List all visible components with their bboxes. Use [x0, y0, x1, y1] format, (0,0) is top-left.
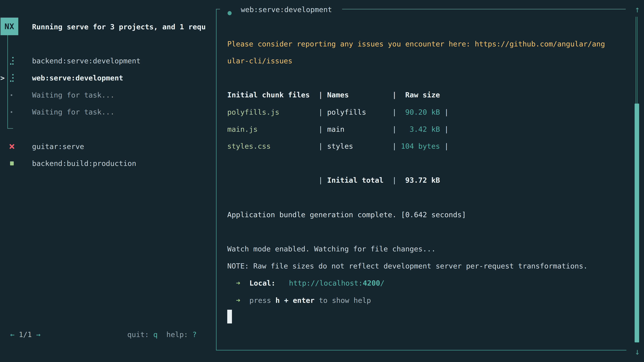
panel-border-bottom	[216, 350, 626, 351]
col-header-files: Initial chunk files	[227, 86, 318, 103]
issue-notice-line-1: Please consider reporting any issues you…	[227, 35, 605, 52]
task-row-web-serve[interactable]: > web:serve:development	[0, 69, 215, 86]
scroll-down-arrow-icon[interactable]: ↓	[633, 344, 641, 360]
chunk-size: 90.20 kB	[401, 104, 440, 121]
scrollbar-track[interactable]	[636, 17, 638, 104]
chunk-name: main	[327, 121, 392, 138]
url-slash: /	[380, 279, 384, 287]
table-separator: |	[318, 138, 327, 155]
spinner-icon	[10, 74, 14, 82]
panel-border-title-line	[342, 9, 626, 9]
pagination-bar: ←1/1→quit:qhelp:?	[0, 326, 215, 343]
task-row-waiting-1[interactable]: Waiting for task...	[0, 86, 215, 104]
panel-border-top-stub	[216, 9, 220, 9]
chunk-file: main.js	[227, 121, 318, 138]
scroll-up-arrow-icon[interactable]: ↑	[633, 1, 641, 17]
chunk-size: 3.42 kB	[401, 121, 440, 138]
page-next-arrow-icon[interactable]: →	[36, 326, 40, 343]
chunk-file: polyfills.js	[227, 104, 318, 121]
table-separator: |	[392, 104, 401, 121]
task-label: web:serve:development	[32, 69, 123, 86]
help-hint-pre: press	[250, 296, 276, 305]
note-line: NOTE: Raw file sizes do not reflect deve…	[227, 257, 588, 275]
circle-icon	[228, 11, 232, 15]
table-separator: |	[440, 104, 448, 121]
chunk-file: styles.css	[227, 138, 318, 155]
col-header-names: Names	[327, 86, 392, 103]
table-separator: |	[392, 172, 401, 189]
chunk-name: styles	[327, 138, 392, 155]
table-separator: |	[392, 121, 401, 138]
task-row-backend-build[interactable]: backend:build:production	[0, 155, 215, 172]
url-base: http://localhost:	[289, 279, 363, 287]
issue-notice-line-2: ular-cli/issues	[227, 52, 292, 69]
table-separator: |	[318, 104, 327, 121]
nx-logo: NX	[0, 17, 18, 35]
table-separator: |	[318, 172, 327, 189]
spinner-icon	[10, 57, 14, 65]
table-separator: |	[318, 121, 327, 138]
local-label: Local:	[250, 275, 276, 292]
local-url-link[interactable]: http://localhost:4200/	[289, 275, 384, 292]
chunk-table-header: Initial chunk files|Names|Raw size	[227, 86, 440, 103]
help-shortcut-label: help:	[166, 326, 188, 343]
page-indicator: 1/1	[19, 326, 32, 343]
task-label: backend:serve:development	[32, 52, 140, 69]
local-url-line: ➜Local:http://localhost:4200/	[0, 275, 644, 292]
help-hint-post: to show help	[314, 296, 371, 305]
table-total-row: |Initial total|93.72 kB	[227, 172, 440, 189]
help-hint-keys: h + enter	[276, 296, 314, 305]
table-separator: |	[440, 121, 448, 138]
table-separator: |	[440, 138, 448, 155]
task-label: Waiting for task...	[32, 103, 114, 120]
table-row: polyfills.js|polyfills|90.20 kB|	[227, 104, 448, 121]
watch-mode-line: Watch mode enabled. Watching for file ch…	[227, 240, 436, 257]
col-header-raw-size: Raw size	[401, 86, 440, 103]
nx-tui-screen: NX Running serve for 3 projects, and 1 r…	[0, 0, 644, 362]
url-port: 4200	[363, 279, 380, 287]
page-prev-arrow-icon[interactable]: ←	[10, 326, 14, 343]
output-panel-title: web:serve:development	[241, 1, 332, 18]
help-hint-text: press h + enter to show help	[250, 292, 371, 309]
terminal-cursor	[227, 310, 232, 324]
bundle-complete-line: Application bundle generation complete. …	[227, 206, 466, 223]
waiting-dot-icon	[11, 111, 12, 113]
task-row-waiting-2[interactable]: Waiting for task...	[0, 103, 215, 120]
quit-shortcut-label: quit:	[127, 326, 149, 343]
task-label: backend:build:production	[32, 155, 136, 172]
table-separator: |	[392, 86, 401, 103]
chunk-size: 104 bytes	[401, 138, 440, 155]
total-size: 93.72 kB	[401, 172, 440, 189]
table-separator: |	[318, 86, 327, 103]
nx-logo-text: NX	[4, 22, 14, 31]
arrow-right-icon: ➜	[236, 292, 240, 309]
task-label: guitar:serve	[32, 138, 84, 155]
table-row: main.js|main|3.42 kB|	[227, 121, 448, 138]
task-row-guitar-serve[interactable]: guitar:serve	[0, 138, 215, 155]
square-icon	[10, 161, 14, 165]
help-hint-line: ➜press h + enter to show help	[0, 292, 644, 309]
waiting-dot-icon	[11, 94, 12, 96]
sidebar-header-title: Running serve for 3 projects, and 1 requ	[32, 18, 215, 35]
scrollbar-thumb[interactable]	[634, 104, 639, 343]
quit-shortcut-key: q	[153, 326, 158, 343]
help-shortcut-key: ?	[192, 326, 197, 343]
task-label: Waiting for task...	[32, 86, 114, 104]
cross-icon	[9, 144, 14, 149]
table-row: styles.css|styles|104 bytes|	[227, 138, 448, 155]
selected-chevron-icon: >	[0, 69, 5, 86]
task-row-backend-serve[interactable]: backend:serve:development	[0, 52, 215, 69]
table-separator: |	[392, 138, 401, 155]
arrow-right-icon: ➜	[236, 275, 240, 292]
total-label: Initial total	[327, 172, 392, 189]
chunk-name: polyfills	[327, 104, 392, 121]
task-group-bracket-corner	[8, 128, 13, 129]
